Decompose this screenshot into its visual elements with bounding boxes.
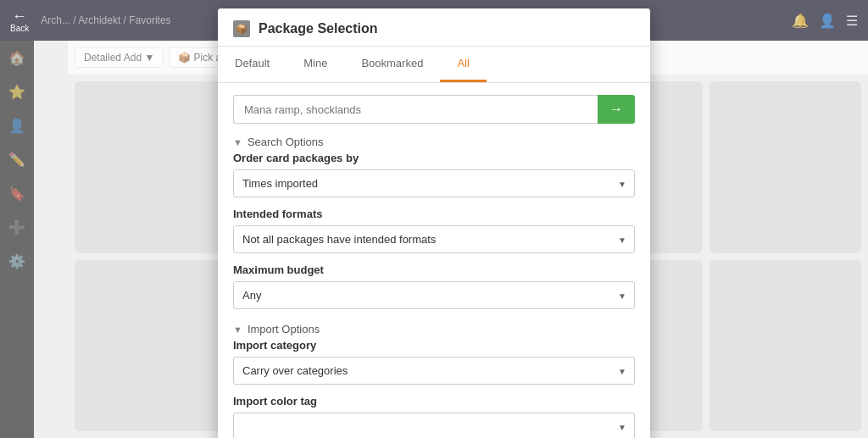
intended-formats-select[interactable]: Not all packages have intended formats [233, 225, 635, 253]
order-by-group: Order card packages by Times imported [233, 152, 635, 197]
import-category-select[interactable]: Carry over categories [233, 357, 635, 385]
tabs-bar: Default Mine Bookmarked All [218, 47, 650, 83]
search-input[interactable] [233, 95, 598, 124]
intended-formats-label: Intended formats [233, 208, 635, 220]
modal-panel: 📦 Package Selection Default Mine Bookmar… [218, 8, 650, 438]
import-category-select-wrapper: Carry over categories [233, 357, 635, 385]
import-options-label: Import Options [248, 323, 320, 335]
import-color-tag-label: Import color tag [233, 395, 635, 408]
search-options-toggle[interactable]: ▼ Search Options [233, 132, 635, 152]
import-category-label: Import category [233, 339, 635, 352]
maximum-budget-group: Maximum budget Any [233, 263, 635, 309]
modal-body: → ▼ Search Options Order card packages b… [218, 83, 650, 438]
order-by-label: Order card packages by [233, 152, 635, 164]
search-options-section: ▼ Search Options Order card packages by … [233, 132, 635, 309]
intended-formats-select-wrapper: Not all packages have intended formats [233, 225, 635, 253]
import-options-toggle[interactable]: ▼ Import Options [233, 319, 635, 339]
tab-all[interactable]: All [440, 47, 486, 82]
maximum-budget-select[interactable]: Any [233, 281, 635, 309]
modal-header: 📦 Package Selection [218, 8, 650, 47]
order-by-select-wrapper: Times imported [233, 169, 635, 197]
tab-mine[interactable]: Mine [287, 47, 344, 82]
import-color-tag-select-wrapper [233, 413, 635, 438]
tab-default[interactable]: Default [218, 47, 287, 82]
package-icon: 📦 [233, 20, 250, 37]
import-collapse-arrow-icon: ▼ [233, 324, 242, 335]
modal-title: Package Selection [259, 21, 378, 36]
maximum-budget-label: Maximum budget [233, 263, 635, 276]
intended-formats-group: Intended formats Not all packages have i… [233, 208, 635, 253]
order-by-select[interactable]: Times imported [233, 169, 635, 197]
tab-bookmarked[interactable]: Bookmarked [344, 47, 440, 82]
modal-overlay: 📦 Package Selection Default Mine Bookmar… [0, 0, 868, 438]
maximum-budget-select-wrapper: Any [233, 281, 635, 309]
import-color-tag-group: Import color tag [233, 395, 635, 438]
import-options-section: ▼ Import Options Import category Carry o… [233, 319, 635, 438]
import-color-tag-select[interactable] [233, 413, 635, 438]
import-category-group: Import category Carry over categories [233, 339, 635, 385]
collapse-arrow-icon: ▼ [233, 137, 242, 147]
search-row: → [233, 95, 635, 124]
search-options-label: Search Options [248, 136, 324, 148]
search-button[interactable]: → [598, 95, 635, 124]
